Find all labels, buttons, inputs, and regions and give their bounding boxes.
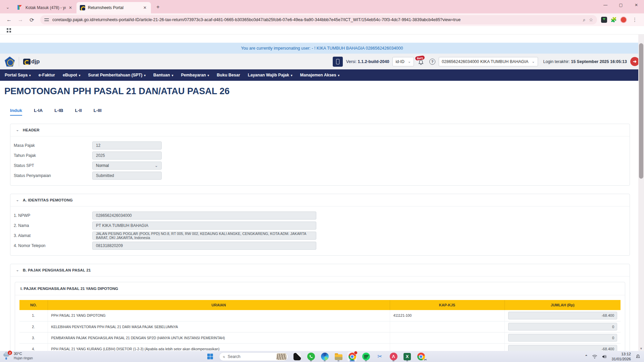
jumlah-input[interactable]: -68.400 (508, 345, 618, 351)
notifications-bell[interactable]: Baru (417, 57, 426, 66)
browser-tab-returnsheets[interactable]: Returnsheets Portal ✕ (76, 2, 151, 13)
nav-item-portal-saya[interactable]: Portal Saya▾ (5, 73, 31, 77)
notifications-dnd-icon[interactable]: z (635, 354, 641, 359)
section-title: A. IDENTITAS PEMOTONG (23, 198, 73, 202)
row-uraian: PEMBAYARAN PAJAK PENGHASILAN PASAL 21 DE… (48, 332, 390, 343)
url-text[interactable]: coretaxdjp.pajak.go.id/returnsheets-port… (52, 17, 580, 22)
section-title: HEADER (23, 128, 40, 132)
version-text: Versi: 1.1.2-build-2040 (346, 59, 389, 64)
wifi-icon[interactable] (592, 354, 597, 359)
scrollbar-thumb[interactable] (639, 43, 643, 179)
extensions-puzzle-icon[interactable]: 🧩 (610, 17, 617, 23)
taskbar-notes-app-icon[interactable] (292, 352, 302, 361)
apps-grid-icon[interactable] (7, 28, 11, 33)
tab-l-ib[interactable]: L-IB (54, 108, 63, 116)
scrollbar-down-arrow[interactable]: ▼ (638, 347, 644, 350)
status-penyampaian-input[interactable]: Submitted (92, 172, 162, 180)
profile-avatar[interactable] (620, 16, 627, 23)
section-pasal21-card: ⌄ B. PAJAK PENGHASILAN PASAL 21 I. PAJAK… (10, 264, 630, 351)
taskbar-chrome-icon[interactable] (347, 352, 357, 361)
search-highlight-thumbnail (276, 353, 286, 360)
caret-down-icon: ▾ (291, 74, 292, 77)
tab-l-ii[interactable]: L-II (75, 108, 82, 116)
weather-rain-icon: 2 (3, 352, 11, 360)
page-scrollbar[interactable]: ▼ (638, 35, 644, 351)
taskbar-file-explorer-icon[interactable] (334, 352, 343, 361)
bookmark-star-icon[interactable]: ☆ (589, 17, 593, 22)
forward-icon[interactable]: → (16, 15, 25, 24)
window-minimize-button[interactable]: — (598, 0, 613, 10)
nav-item-manajemen-akses[interactable]: Manajemen Akses▾ (300, 73, 339, 77)
caret-down-icon: ▾ (172, 74, 173, 77)
tab-close-icon[interactable]: ✕ (142, 5, 148, 10)
download-manager-extension-icon[interactable] (601, 17, 607, 23)
field-label: 2. Nama (14, 223, 92, 228)
table-row: 4. PPH PASAL 21 YANG KURANG (LEBIH) DISE… (19, 343, 621, 351)
impersonation-text: You are currently impersonating user: - … (241, 46, 403, 51)
chrome-notification-badge (354, 351, 358, 355)
alamat-input[interactable]: JALAN PESING POGLAR (POOL PPD) NO.8, RT … (92, 232, 316, 240)
taskbar-search[interactable]: ⌕ Search (219, 352, 288, 361)
account-select[interactable]: 0286562426034000 KIKA TUMBUH BAHAGIA ⌄ (439, 57, 538, 66)
jumlah-input[interactable]: 0 (508, 323, 618, 330)
jumlah-input[interactable]: -68.400 (508, 312, 618, 319)
nav-item-e-faktur[interactable]: e-Faktur (39, 73, 55, 77)
zoom-page-icon[interactable]: ⌕ (583, 17, 586, 23)
status-spt-select[interactable]: Normal ⌄ (92, 162, 162, 170)
back-icon[interactable]: ← (4, 15, 14, 24)
taskbar-excel-icon[interactable]: X (402, 352, 412, 361)
tab-title: Kotak Masuk (478) - yollafricilia (25, 5, 66, 10)
svg-text:z: z (637, 355, 638, 357)
tray-chevron-up-icon[interactable]: ⌃ (585, 354, 588, 359)
logout-button[interactable]: ➜ (630, 57, 639, 66)
chevron-down-icon: ⌄ (408, 59, 411, 64)
window-maximize-button[interactable]: ▢ (613, 0, 629, 10)
device-icon[interactable] (333, 57, 343, 67)
taskbar-red-a-app-icon[interactable]: Λ (389, 352, 398, 361)
section-identitas-card: ⌄ A. IDENTITAS PEMOTONG 1. NPWP 02865624… (10, 194, 630, 256)
refresh-icon[interactable]: ⟳ (27, 15, 37, 24)
taskbar-chrome-secondary-icon[interactable]: ✂ (416, 352, 426, 361)
locale-select[interactable]: id-ID ⌄ (392, 57, 414, 66)
taskbar-spotify-icon[interactable] (361, 352, 371, 361)
nomor-telepon-input[interactable]: 081318820209 (92, 242, 316, 250)
start-button[interactable] (205, 352, 215, 361)
nav-item-layanan-wajib-pajak[interactable]: Layanan Wajib Pajak▾ (248, 73, 292, 77)
window-close-button[interactable]: ✕ (629, 0, 644, 10)
djp-logo-text: djp (31, 58, 40, 65)
field-label: Masa Pajak (14, 143, 92, 148)
nav-item-bantuan[interactable]: Bantuan▾ (153, 73, 173, 77)
npwp-input[interactable]: 0286562426034000 (92, 212, 316, 220)
tab-search-icon[interactable]: ⌄ (3, 3, 12, 11)
section-header-toggle[interactable]: ⌄ HEADER (10, 124, 630, 136)
jumlah-input[interactable]: 0 (508, 334, 618, 342)
weather-widget[interactable]: 2 30°C Hujan ringan (3, 352, 33, 360)
taskbar-edge-icon[interactable] (320, 352, 329, 361)
section-pasal21-toggle[interactable]: ⌄ B. PAJAK PENGHASILAN PASAL 21 (10, 264, 630, 277)
tab-l-ia[interactable]: L-IA (34, 108, 43, 116)
nav-item-pembayaran[interactable]: Pembayaran▾ (181, 73, 209, 77)
taskbar-whatsapp-icon[interactable] (306, 352, 316, 361)
tab-induk[interactable]: Induk (10, 108, 22, 116)
field-label: 1. NPWP (14, 213, 92, 218)
tab-l-iii[interactable]: L-III (94, 108, 102, 116)
browser-tab-gmail[interactable]: Kotak Masuk (478) - yollafricilia ✕ (14, 2, 76, 13)
volume-icon[interactable] (602, 354, 607, 359)
browser-menu-kebab-icon[interactable]: ⋮ (630, 17, 639, 23)
new-tab-button[interactable]: + (154, 3, 162, 11)
site-settings-icon[interactable] (44, 18, 49, 22)
masa-pajak-input[interactable]: 12 (92, 141, 162, 149)
nav-item-buku-besar[interactable]: Buku Besar (217, 73, 240, 77)
nama-input[interactable]: PT KIKA TUMBUH BAHAGIA (92, 222, 316, 230)
browser-toolbar: ← → ⟳ coretaxdjp.pajak.go.id/returnsheet… (0, 13, 644, 26)
section-identitas-toggle[interactable]: ⌄ A. IDENTITAS PEMOTONG (10, 194, 630, 206)
taskbar-clock[interactable]: 13:12 31/01/2026 (611, 352, 631, 361)
search-placeholder: Search (228, 354, 276, 359)
taskbar-snipping-tool-icon[interactable]: ✂ (375, 352, 384, 361)
tahun-pajak-input[interactable]: 2025 (92, 152, 162, 160)
nav-item-ebupot[interactable]: eBupot▾ (63, 73, 80, 77)
help-icon[interactable]: ? (429, 59, 435, 65)
address-bar[interactable]: coretaxdjp.pajak.go.id/returnsheets-port… (40, 15, 597, 24)
nav-item-spt[interactable]: Surat Pemberitahuan (SPT)▾ (88, 73, 146, 77)
tab-close-icon[interactable]: ✕ (68, 5, 73, 10)
